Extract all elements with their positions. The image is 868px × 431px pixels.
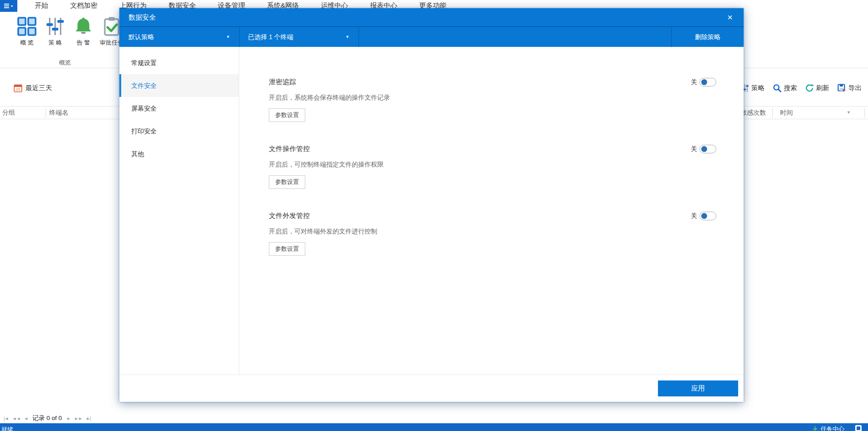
download-tray-icon xyxy=(812,426,818,431)
search-label: 搜索 xyxy=(784,84,797,92)
terminal-selector-dropdown[interactable]: 已选择 1 个终端 ▼ xyxy=(240,27,359,47)
window-tray-icon[interactable] xyxy=(855,425,862,431)
sidebar-item-screen-security[interactable]: 屏幕安全 xyxy=(119,97,239,120)
toggle-state-label: 关 xyxy=(691,78,697,86)
menu-item-doc-encrypt[interactable]: 文档加密 xyxy=(70,0,98,12)
hamburger-icon xyxy=(4,4,9,8)
chevron-down-icon: ▼ xyxy=(226,27,230,47)
column-header-group[interactable]: 分组 xyxy=(2,106,15,119)
section-leak-tracking: 泄密追踪 关 开启后，系统将会保存终端的操作文件记录 参数设置 xyxy=(269,78,716,122)
grid-icon xyxy=(17,16,37,36)
section-description: 开启后，系统将会保存终端的操作文件记录 xyxy=(269,94,716,102)
first-page-icon[interactable]: |◄ xyxy=(4,416,9,421)
export-label: 导出 xyxy=(848,84,862,92)
last-page-icon[interactable]: ►| xyxy=(86,416,91,421)
app-menu-button[interactable]: ▼ xyxy=(0,0,17,12)
search-button[interactable]: 搜索 xyxy=(773,84,797,92)
toggle-state-label: 关 xyxy=(691,212,697,220)
dialog-content: 泄密追踪 关 开启后，系统将会保存终端的操作文件记录 参数设置 文件操作管控 关 xyxy=(239,47,744,375)
toggle-switch[interactable] xyxy=(699,212,716,220)
section-description: 开启后，可控制终端指定文件的操作权限 xyxy=(269,161,716,169)
parameter-settings-button[interactable]: 参数设置 xyxy=(269,175,305,189)
dialog-title: 数据安全 xyxy=(128,8,156,26)
tool-label: 告 警 xyxy=(77,39,90,47)
fast-prev-icon[interactable]: ◄◄ xyxy=(12,416,21,421)
tool-overview[interactable]: 概 览 xyxy=(13,16,41,47)
export-button[interactable]: 导出 xyxy=(837,84,862,92)
section-title: 泄密追踪 xyxy=(269,78,296,86)
bell-icon xyxy=(73,16,93,36)
section-file-operation-control: 文件操作管控 关 开启后，可控制终端指定文件的操作权限 参数设置 xyxy=(269,145,716,189)
status-bar: 就绪 任务中心 xyxy=(0,423,868,431)
dialog-footer: 应用 xyxy=(119,375,744,402)
section-file-outgoing-control: 文件外发管控 关 开启后，可对终端外发的文件进行控制 参数设置 xyxy=(269,212,716,256)
sidebar-item-general-settings[interactable]: 常规设置 xyxy=(119,51,239,74)
policy-action-button[interactable]: 策略 xyxy=(740,84,765,92)
sidebar-item-print-security[interactable]: 打印安全 xyxy=(119,120,239,142)
sliders-icon xyxy=(45,16,65,36)
tool-label: 概 览 xyxy=(20,39,34,47)
section-title: 文件外发管控 xyxy=(269,212,310,220)
menu-item-start[interactable]: 开始 xyxy=(35,0,48,12)
task-center-button[interactable]: 任务中心 xyxy=(812,425,844,431)
tool-alert[interactable]: 告 警 xyxy=(69,16,98,47)
policy-selector-dropdown[interactable]: 默认策略 ▼ xyxy=(119,27,239,47)
chevron-down-icon[interactable]: ▼ xyxy=(847,106,851,119)
column-header-terminal[interactable]: 终端名 xyxy=(49,106,68,119)
toggle-state-label: 关 xyxy=(691,145,697,153)
policy-action-label: 策略 xyxy=(751,84,765,92)
data-security-dialog: 数据安全 × 默认策略 ▼ 已选择 1 个终端 ▼ 删除策略 常规设置 文件安全… xyxy=(119,8,744,402)
refresh-icon xyxy=(805,84,814,92)
export-icon xyxy=(837,84,846,92)
date-range-label: 最近三天 xyxy=(26,84,52,92)
clipboard-check-icon xyxy=(102,16,122,36)
status-ready-text: 就绪 xyxy=(1,426,13,431)
svg-text:23: 23 xyxy=(16,87,20,91)
delete-policy-button[interactable]: 删除策略 xyxy=(671,27,744,47)
search-icon xyxy=(773,84,781,92)
toggle-switch[interactable] xyxy=(699,145,716,153)
dialog-titlebar: 数据安全 × xyxy=(119,8,744,26)
section-title: 文件操作管控 xyxy=(269,145,310,153)
dialog-sidebar: 常规设置 文件安全 屏幕安全 打印安全 其他 xyxy=(119,47,239,375)
tool-label: 策 略 xyxy=(48,39,62,47)
terminal-selector-value: 已选择 1 个终端 xyxy=(248,33,293,41)
close-icon[interactable]: × xyxy=(724,8,736,26)
refresh-button[interactable]: 刷新 xyxy=(805,84,829,92)
policy-selector-value: 默认策略 xyxy=(128,33,154,41)
tool-policy[interactable]: 策 略 xyxy=(41,16,69,47)
column-header-time[interactable]: 时间 xyxy=(780,106,793,119)
parameter-settings-button[interactable]: 参数设置 xyxy=(269,242,305,256)
parameter-settings-button[interactable]: 参数设置 xyxy=(269,108,305,122)
ribbon-group-label: 概览 xyxy=(0,59,130,67)
chevron-down-icon: ▼ xyxy=(10,5,14,8)
next-page-icon[interactable]: ► xyxy=(67,416,71,421)
pagination-bar: |◄ ◄◄ ◄ 记录 0 of 0 ► ►► ►| xyxy=(4,414,91,422)
prev-page-icon[interactable]: ◄ xyxy=(24,416,28,421)
column-header-sensitive-count[interactable]: 敏感次数 xyxy=(740,106,766,119)
sidebar-item-file-security[interactable]: 文件安全 xyxy=(119,74,239,97)
record-count-text: 记录 0 of 0 xyxy=(32,414,62,422)
apply-button[interactable]: 应用 xyxy=(658,380,738,396)
fast-next-icon[interactable]: ►► xyxy=(74,416,82,421)
section-description: 开启后，可对终端外发的文件进行控制 xyxy=(269,228,716,236)
task-center-label: 任务中心 xyxy=(821,425,844,431)
toggle-switch[interactable] xyxy=(699,78,716,86)
sidebar-item-other[interactable]: 其他 xyxy=(119,142,239,165)
chevron-down-icon: ▼ xyxy=(345,27,349,47)
date-range-filter[interactable]: 23 最近三天 xyxy=(14,84,52,92)
calendar-icon: 23 xyxy=(14,84,22,92)
dialog-subbar: 默认策略 ▼ 已选择 1 个终端 ▼ 删除策略 xyxy=(119,26,744,47)
refresh-label: 刷新 xyxy=(816,84,829,92)
